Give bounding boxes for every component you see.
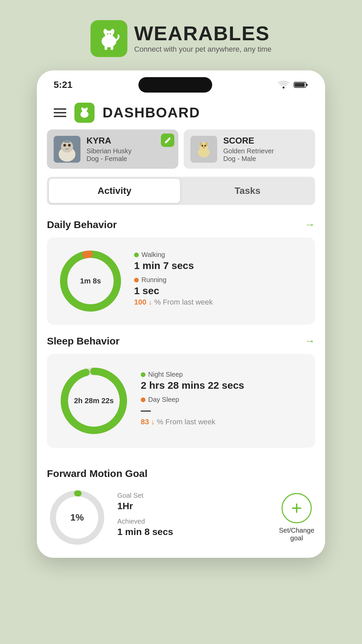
running-dot — [134, 278, 139, 282]
sleep-comparison: 83 ↓ % From last week — [141, 418, 305, 426]
pet-name-score: SCORE — [223, 136, 274, 146]
nav-logo — [74, 103, 95, 123]
running-value: 1 sec — [134, 285, 305, 297]
pet-tabs: KYRA Siberian Husky Dog - Female — [37, 129, 325, 177]
sleep-behavior-link[interactable]: → — [304, 335, 315, 347]
forward-motion-title: Forward Motion Goal — [47, 468, 315, 479]
day-sleep-stat: Day Sleep — 83 ↓ % From last week — [141, 396, 305, 426]
daily-comparison-arrow: ↓ — [148, 298, 152, 306]
night-sleep-value: 2 hrs 28 mins 22 secs — [141, 380, 305, 391]
status-time: 5:21 — [54, 79, 72, 90]
walking-value: 1 min 7 secs — [134, 260, 305, 271]
goal-set-value: 1Hr — [117, 501, 268, 512]
daily-ring: 1m 8s — [57, 248, 124, 315]
night-sleep-stat: Night Sleep 2 hrs 28 mins 22 secs — [141, 371, 305, 391]
running-label: Running — [141, 276, 167, 284]
status-icons — [278, 81, 308, 89]
sleep-ring: 2h 28m 22s — [57, 364, 131, 438]
svg-rect-7 — [111, 45, 113, 50]
nav-bar: DASHBOARD — [37, 96, 325, 129]
goal-ring-label: 1% — [70, 512, 84, 523]
running-stat: Running 1 sec 100 ↓ % From last week — [134, 276, 305, 307]
app-logo-icon — [90, 20, 127, 57]
svg-point-19 — [63, 144, 66, 147]
svg-rect-11 — [295, 83, 305, 87]
section-tabs: Activity Tasks — [47, 177, 315, 205]
battery-icon — [294, 81, 308, 89]
svg-point-4 — [107, 33, 108, 35]
svg-point-28 — [202, 147, 205, 148]
dynamic-island — [138, 77, 212, 93]
daily-comparison-text: % From last week — [154, 298, 213, 306]
content-area: Daily Behavior → 1m 8s — [37, 215, 325, 468]
app-header: WEARABLES Connect with your pet anywhere… — [90, 0, 272, 70]
goal-set-label: Goal Set — [117, 492, 268, 499]
night-sleep-label: Night Sleep — [148, 371, 183, 378]
night-sleep-dot — [141, 372, 145, 377]
svg-point-8 — [283, 87, 285, 89]
achieved-label: Achieved — [117, 518, 268, 525]
pet-breed-kyra: Siberian Husky — [86, 147, 132, 155]
sleep-comparison-arrow: ↓ — [151, 418, 155, 426]
goal-set-stat: Goal Set 1Hr — [117, 492, 268, 512]
sleep-comparison-number: 83 — [141, 418, 149, 426]
set-change-goal-button[interactable]: Set/Change goal — [278, 493, 315, 542]
phone-frame: 5:21 — [37, 70, 325, 558]
sleep-behavior-header: Sleep Behavior → — [47, 335, 315, 347]
pet-image-kyra — [54, 136, 80, 163]
sleep-behavior-card: 2h 28m 22s Night Sleep 2 hrs 28 mins 22 … — [47, 354, 315, 448]
daily-comparison-number: 100 — [134, 298, 146, 306]
set-change-goal-label: Set/Change goal — [278, 527, 315, 542]
walking-stat: Walking 1 min 7 secs — [134, 251, 305, 271]
pet-tab-kyra[interactable]: KYRA Siberian Husky Dog - Female — [47, 129, 178, 169]
pet-image-score — [190, 136, 217, 163]
edit-pet-button[interactable] — [161, 133, 174, 147]
day-sleep-label: Day Sleep — [148, 396, 179, 404]
pet-gender-score: Dog - Male — [223, 155, 274, 163]
pet-gender-kyra: Dog - Female — [86, 155, 132, 163]
svg-rect-6 — [105, 45, 107, 50]
achieved-stat: Achieved 1 min 8 secs — [117, 518, 268, 537]
tab-tasks[interactable]: Tasks — [182, 179, 313, 203]
walking-dot — [134, 253, 139, 257]
pet-breed-score: Golden Retriever — [223, 147, 274, 155]
goal-stats: Goal Set 1Hr Achieved 1 min 8 secs — [117, 492, 268, 543]
goal-content: 1% Goal Set 1Hr Achieved 1 min 8 secs — [47, 487, 315, 548]
daily-behavior-header: Daily Behavior → — [47, 218, 315, 231]
goal-ring: 1% — [47, 487, 107, 548]
sleep-comparison-text: % From last week — [157, 418, 216, 426]
daily-ring-label: 1m 8s — [80, 277, 101, 285]
sleep-behavior-title: Sleep Behavior — [47, 335, 120, 347]
page-title: DASHBOARD — [103, 105, 200, 121]
svg-point-26 — [202, 145, 203, 147]
achieved-value: 1 min 8 secs — [117, 527, 268, 537]
day-sleep-dot — [141, 397, 145, 402]
app-title: WEARABLES — [134, 23, 272, 44]
set-goal-circle — [282, 493, 312, 523]
svg-point-20 — [68, 144, 71, 147]
walking-label: Walking — [141, 251, 165, 259]
pet-tab-score[interactable]: SCORE Golden Retriever Dog - Male — [184, 129, 315, 169]
svg-point-5 — [110, 33, 111, 35]
app-subtitle: Connect with your pet anywhere, any time — [134, 45, 272, 54]
daily-comparison: 100 ↓ % From last week — [134, 298, 305, 307]
daily-behavior-link[interactable]: → — [304, 218, 315, 231]
sleep-ring-label: 2h 28m 22s — [74, 396, 114, 405]
svg-rect-10 — [306, 84, 308, 86]
tab-activity[interactable]: Activity — [49, 179, 180, 203]
logo-text-group: WEARABLES Connect with your pet anywhere… — [134, 23, 272, 54]
forward-motion-section: Forward Motion Goal 1% Goal Set 1Hr Achi… — [37, 468, 325, 558]
sleep-stats: Night Sleep 2 hrs 28 mins 22 secs Day Sl… — [141, 371, 305, 431]
pet-info-kyra: KYRA Siberian Husky Dog - Female — [86, 136, 132, 163]
status-bar: 5:21 — [37, 70, 325, 96]
daily-stats: Walking 1 min 7 secs Running 1 sec 100 ↓… — [134, 251, 305, 311]
daily-behavior-card: 1m 8s Walking 1 min 7 secs Running 1 — [47, 237, 315, 325]
wifi-icon — [278, 81, 289, 89]
pet-info-score: SCORE Golden Retriever Dog - Male — [223, 136, 274, 163]
daily-behavior-title: Daily Behavior — [47, 219, 117, 230]
pet-name-kyra: KYRA — [86, 136, 132, 146]
svg-point-27 — [204, 145, 206, 147]
menu-button[interactable] — [54, 108, 66, 117]
day-sleep-value: — — [141, 405, 305, 416]
